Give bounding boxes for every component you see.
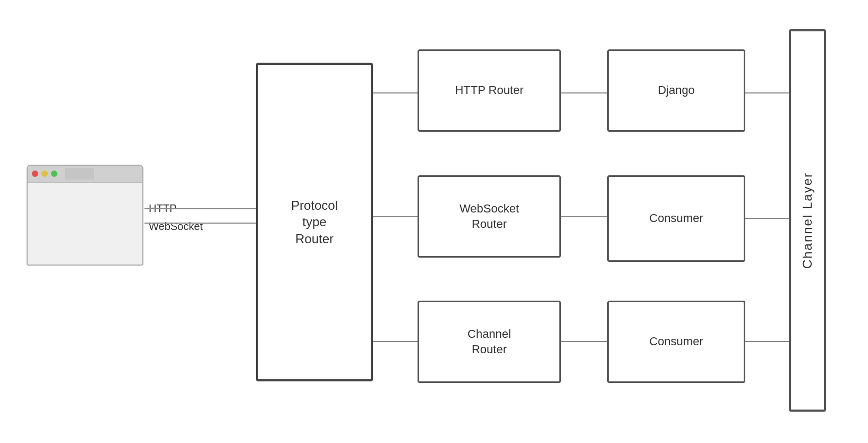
- django-label: Django: [658, 83, 695, 98]
- protocol-router-box: ProtocoltypeRouter: [256, 63, 373, 381]
- django-box: Django: [607, 49, 745, 132]
- channel-layer-label: Channel Layer: [800, 172, 815, 269]
- channel-router-label: ChannelRouter: [467, 327, 511, 357]
- protocol-router-label: ProtocoltypeRouter: [291, 197, 338, 247]
- consumer1-box: Consumer: [607, 175, 745, 262]
- consumer2-box: Consumer: [607, 301, 745, 383]
- consumer1-label: Consumer: [649, 211, 703, 226]
- diagram-container: HTTP WebSocket ProtocoltypeRouter HTTP R…: [0, 0, 868, 443]
- consumer2-label: Consumer: [649, 334, 703, 350]
- http-router-box: HTTP Router: [418, 49, 561, 132]
- channel-layer-box: Channel Layer: [789, 29, 826, 412]
- channel-router-box: ChannelRouter: [418, 301, 561, 383]
- http-router-label: HTTP Router: [455, 83, 523, 98]
- ws-router-box: WebSocketRouter: [418, 175, 561, 258]
- ws-router-label: WebSocketRouter: [459, 201, 519, 232]
